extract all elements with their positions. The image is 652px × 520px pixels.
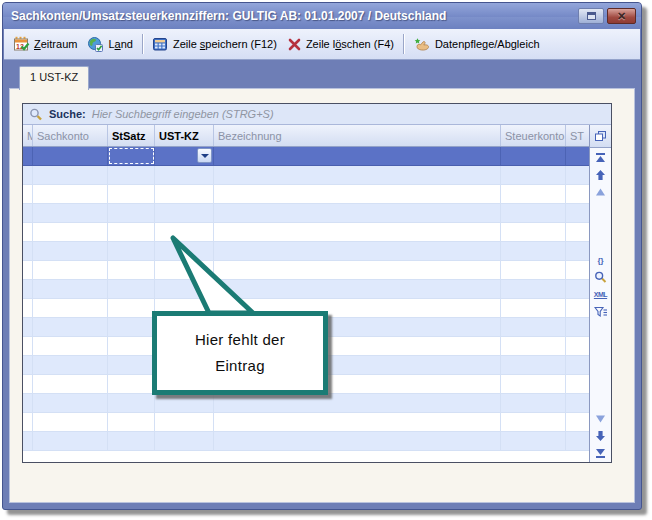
table-cell[interactable]	[33, 413, 108, 431]
search-rows-button[interactable]	[594, 272, 608, 284]
table-cell[interactable]	[23, 318, 33, 336]
table-cell[interactable]	[501, 166, 566, 184]
scroll-up-button[interactable]	[594, 186, 608, 198]
column-header-m[interactable]: M	[23, 125, 33, 146]
table-cell[interactable]	[566, 280, 589, 298]
land-button[interactable]: Land	[82, 34, 138, 54]
table-cell[interactable]	[33, 261, 108, 279]
column-header-bezeichnung[interactable]: Bezeichnung	[214, 125, 501, 146]
table-cell[interactable]	[23, 375, 33, 393]
table-row[interactable]	[23, 242, 589, 261]
ustkz-dropdown-button[interactable]	[197, 148, 212, 163]
table-cell[interactable]	[23, 280, 33, 298]
table-cell[interactable]	[23, 166, 33, 184]
table-cell[interactable]	[23, 242, 33, 260]
table-cell[interactable]	[108, 204, 155, 222]
table-row[interactable]	[23, 280, 589, 299]
search-bar[interactable]: Suche: Hier Suchbegriff eingeben (STRG+S…	[23, 104, 611, 125]
table-cell[interactable]	[501, 185, 566, 203]
table-cell[interactable]	[501, 147, 566, 165]
column-header-steuerkonto[interactable]: Steuerkonto	[501, 125, 566, 146]
column-header-st[interactable]: ST	[566, 125, 589, 146]
table-cell[interactable]	[108, 147, 155, 165]
table-cell[interactable]	[108, 413, 155, 431]
table-row[interactable]	[23, 413, 589, 432]
table-cell[interactable]	[566, 261, 589, 279]
table-cell[interactable]	[23, 261, 33, 279]
table-cell[interactable]	[33, 318, 108, 336]
table-cell[interactable]	[33, 147, 108, 165]
table-cell[interactable]	[108, 299, 155, 317]
zeile-loeschen-button[interactable]: Zeile löschen (F4)	[282, 35, 399, 54]
table-cell[interactable]	[33, 337, 108, 355]
table-cell[interactable]	[23, 299, 33, 317]
table-cell[interactable]	[23, 147, 33, 165]
table-cell[interactable]	[214, 394, 501, 412]
table-cell[interactable]	[566, 204, 589, 222]
table-cell[interactable]	[155, 185, 214, 203]
table-cell[interactable]	[33, 375, 108, 393]
table-cell[interactable]	[108, 261, 155, 279]
table-cell[interactable]	[501, 299, 566, 317]
table-cell[interactable]	[566, 299, 589, 317]
table-cell[interactable]	[501, 223, 566, 241]
table-row[interactable]	[23, 394, 589, 413]
table-cell[interactable]	[501, 261, 566, 279]
close-window-button[interactable]: ✕	[607, 8, 636, 24]
xml-export-button[interactable]: XML	[594, 289, 608, 301]
table-row-selected[interactable]	[23, 147, 589, 166]
table-cell[interactable]	[566, 375, 589, 393]
tab-ust-kz[interactable]: 1 UST-KZ	[19, 66, 89, 90]
table-cell[interactable]	[155, 394, 214, 412]
zeitraum-button[interactable]: 12 Zeitraum	[8, 34, 82, 54]
table-cell[interactable]	[214, 204, 501, 222]
table-cell[interactable]	[566, 223, 589, 241]
table-cell[interactable]	[108, 394, 155, 412]
table-cell[interactable]	[33, 432, 108, 450]
table-cell[interactable]	[214, 147, 501, 165]
table-cell[interactable]	[108, 185, 155, 203]
table-cell[interactable]	[501, 432, 566, 450]
table-cell[interactable]	[23, 394, 33, 412]
filter-button[interactable]	[594, 306, 608, 318]
table-cell[interactable]	[501, 356, 566, 374]
table-cell[interactable]	[155, 166, 214, 184]
table-cell[interactable]	[23, 413, 33, 431]
table-cell[interactable]	[566, 432, 589, 450]
table-cell[interactable]	[23, 432, 33, 450]
table-cell[interactable]	[566, 147, 589, 165]
datenpflege-button[interactable]: Datenpflege/Abgleich	[408, 34, 545, 54]
table-cell[interactable]	[155, 147, 214, 165]
table-cell[interactable]	[214, 185, 501, 203]
table-row[interactable]	[23, 204, 589, 223]
table-cell[interactable]	[33, 280, 108, 298]
scroll-down-button[interactable]	[594, 413, 608, 425]
table-cell[interactable]	[108, 375, 155, 393]
table-cell[interactable]	[155, 204, 214, 222]
table-cell[interactable]	[33, 394, 108, 412]
table-cell[interactable]	[108, 356, 155, 374]
table-cell[interactable]	[566, 166, 589, 184]
table-cell[interactable]	[501, 394, 566, 412]
table-cell[interactable]	[108, 242, 155, 260]
column-header-sachkonto[interactable]: Sachkonto	[33, 125, 108, 146]
table-row[interactable]	[23, 261, 589, 280]
column-header-stsatz[interactable]: StSatz	[108, 125, 155, 146]
table-row[interactable]	[23, 185, 589, 204]
table-row[interactable]	[23, 166, 589, 185]
table-cell[interactable]	[108, 166, 155, 184]
table-cell[interactable]	[214, 432, 501, 450]
table-cell[interactable]	[501, 337, 566, 355]
table-cell[interactable]	[566, 394, 589, 412]
table-cell[interactable]	[566, 318, 589, 336]
column-header-ust-kz[interactable]: UST-KZ	[155, 125, 214, 146]
table-cell[interactable]	[566, 242, 589, 260]
table-cell[interactable]	[566, 337, 589, 355]
restore-window-button[interactable]	[578, 8, 604, 24]
table-cell[interactable]	[108, 223, 155, 241]
table-cell[interactable]	[501, 375, 566, 393]
table-cell[interactable]	[214, 413, 501, 431]
table-cell[interactable]	[501, 280, 566, 298]
table-row[interactable]	[23, 432, 589, 451]
table-cell[interactable]	[108, 318, 155, 336]
